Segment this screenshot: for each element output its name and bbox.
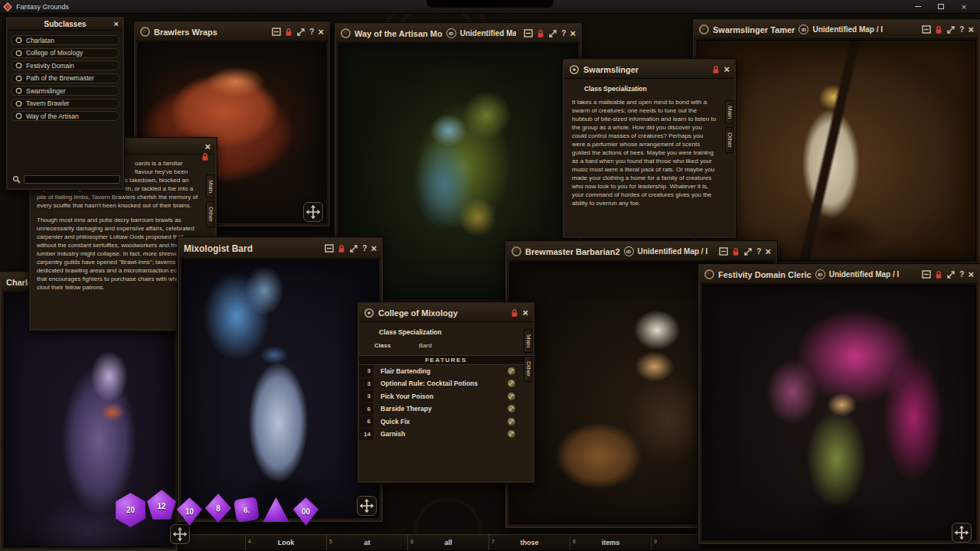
hotbar-slot-8[interactable]: 8items: [570, 535, 651, 550]
lock-icon[interactable]: [935, 25, 942, 34]
subclass-item-way-of-the-artisan[interactable]: Way of the Artisan: [11, 111, 119, 121]
die-d100[interactable]: 00: [292, 497, 320, 526]
die-d12[interactable]: 12: [145, 490, 178, 522]
resize-icon[interactable]: [548, 29, 557, 38]
window-close-button[interactable]: ×: [952, 0, 975, 14]
shade-icon[interactable]: [325, 244, 334, 253]
help-icon[interactable]: ?: [756, 248, 761, 256]
window-titlebar[interactable]: College of Mixology ×: [359, 304, 533, 322]
college-of-mixology-window: College of Mixology × Class Specializati…: [358, 302, 534, 483]
window-titlebar[interactable]: Swarmslinger Tamer ID Unidentified Map /…: [694, 21, 978, 39]
close-icon[interactable]: ×: [371, 243, 377, 253]
window-titlebar[interactable]: Way of the Artisan Mo ID Unidentified Ma…: [336, 24, 580, 43]
die-d10[interactable]: 10: [175, 497, 204, 526]
close-icon[interactable]: ×: [522, 308, 528, 318]
window-titlebar[interactable]: Mixologist Bard ? ×: [179, 239, 381, 259]
help-icon[interactable]: ?: [362, 245, 367, 253]
close-icon[interactable]: ×: [968, 269, 974, 279]
link-icon[interactable]: [507, 379, 516, 388]
close-icon[interactable]: ×: [204, 142, 211, 152]
close-icon[interactable]: ×: [724, 64, 730, 74]
tab-main[interactable]: Main: [524, 329, 533, 353]
link-icon[interactable]: [507, 392, 516, 401]
resize-icon[interactable]: [946, 25, 956, 34]
close-icon[interactable]: ×: [765, 246, 771, 256]
subclass-item-charlatan[interactable]: Charlatan: [11, 35, 119, 45]
link-icon[interactable]: [507, 429, 516, 439]
shade-icon[interactable]: [719, 247, 728, 256]
help-icon[interactable]: ?: [561, 30, 566, 37]
panel-titlebar[interactable]: Subclasses ×: [8, 18, 122, 31]
hotbar-slot-9[interactable]: 9: [651, 535, 701, 550]
resize-icon[interactable]: [743, 247, 753, 256]
link-icon[interactable]: [507, 404, 516, 413]
tab-other[interactable]: Other: [206, 201, 215, 227]
window-titlebar[interactable]: Brawlers Wraps ? ×: [136, 23, 328, 41]
feature-row[interactable]: 6 Barside Therapy: [359, 403, 533, 416]
close-icon[interactable]: ×: [114, 20, 119, 28]
tab-main[interactable]: Main: [206, 174, 215, 198]
festivity-cleric-image[interactable]: [702, 285, 976, 540]
close-icon[interactable]: ×: [570, 28, 576, 38]
help-icon[interactable]: ?: [309, 28, 314, 36]
window-titlebar[interactable]: Festivity Domain Cleric ID Unidentified …: [700, 266, 978, 284]
feature-row[interactable]: 3 Optional Rule: Cocktail Potions: [359, 378, 533, 391]
die-d20[interactable]: 20: [113, 493, 148, 527]
lock-icon[interactable]: [511, 308, 518, 318]
subclass-item-college-of-mixology[interactable]: College of Mixology: [11, 48, 119, 58]
subclass-item-path-of-the-brewmaster[interactable]: Path of the Brewmaster: [11, 73, 119, 83]
search-input[interactable]: [24, 175, 120, 184]
window-titlebar[interactable]: Swarmslinger ×: [564, 60, 734, 79]
hotbar-slot-4[interactable]: 4Look: [245, 535, 326, 550]
resize-icon[interactable]: [349, 244, 358, 253]
move-handle-icon[interactable]: [357, 496, 377, 516]
close-icon[interactable]: ×: [318, 27, 324, 37]
mixologist-bard-image[interactable]: [181, 259, 379, 518]
resize-icon[interactable]: [946, 270, 956, 279]
hotbar-slot-5[interactable]: 5at: [326, 535, 407, 550]
die-d8[interactable]: 8: [204, 494, 233, 523]
tab-main[interactable]: Main: [725, 100, 734, 124]
move-handle-icon[interactable]: [952, 523, 972, 543]
minimize-button[interactable]: [906, 0, 929, 14]
hotbar-slot-6[interactable]: 6all: [407, 535, 488, 550]
record-ring-icon: [15, 50, 22, 57]
lock-icon[interactable]: [712, 65, 720, 74]
resize-icon[interactable]: [296, 28, 305, 37]
die-d4[interactable]: [262, 496, 290, 524]
shade-icon[interactable]: [922, 25, 931, 34]
app-title: Fantasy Grounds: [16, 3, 69, 11]
hotbar-slot-7[interactable]: 7those: [488, 535, 570, 550]
swarmslinger-tamer-image[interactable]: [697, 40, 976, 261]
dice-tray: 20 12 10 8 6. 00: [113, 491, 335, 536]
die-d6[interactable]: 6.: [234, 497, 260, 523]
shade-icon[interactable]: [272, 28, 281, 36]
lock-icon[interactable]: [732, 247, 740, 256]
move-handle-icon[interactable]: [303, 202, 323, 222]
lock-icon[interactable]: [285, 28, 292, 37]
feature-row[interactable]: 14 Garnish: [359, 429, 533, 442]
subclass-item-swarmslinger[interactable]: Swarmslinger: [11, 86, 119, 96]
lock-icon[interactable]: [537, 29, 544, 38]
feature-row[interactable]: 3 Pick Your Poison: [359, 390, 533, 403]
class-value[interactable]: Bard: [419, 342, 432, 349]
feature-row[interactable]: 3 Flair Bartending: [359, 365, 533, 378]
help-icon[interactable]: ?: [959, 271, 964, 279]
window-titlebar[interactable]: Brewmaster Barbarian2 ID Unidentified Ma…: [507, 243, 776, 261]
die-value: 8: [216, 504, 220, 513]
subclass-item-festivity-domain[interactable]: Festivity Domain: [11, 60, 119, 70]
lock-icon[interactable]: [935, 270, 942, 279]
shade-icon[interactable]: [524, 29, 533, 37]
link-icon[interactable]: [507, 367, 516, 376]
help-icon[interactable]: ?: [959, 26, 964, 34]
close-icon[interactable]: ×: [968, 24, 974, 34]
maximize-button[interactable]: [929, 0, 952, 14]
subclass-item-tavern-brawler[interactable]: Tavern Brawler: [11, 99, 119, 109]
tab-other[interactable]: Other: [725, 127, 734, 153]
link-icon[interactable]: [507, 417, 516, 426]
shade-icon[interactable]: [922, 270, 931, 279]
feature-row[interactable]: 6 Quick Fix: [359, 416, 533, 429]
tab-other[interactable]: Other: [524, 356, 533, 382]
lock-icon[interactable]: [338, 244, 345, 253]
lock-icon[interactable]: [201, 152, 209, 161]
